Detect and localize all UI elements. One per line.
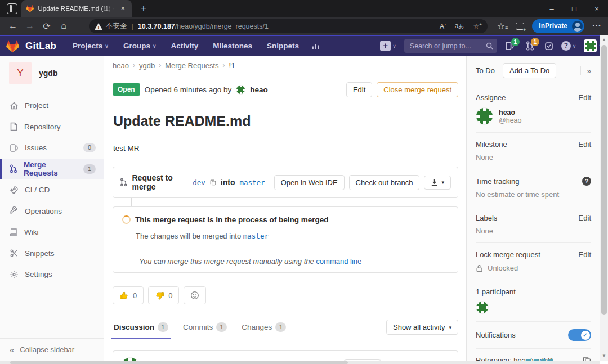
help-menu[interactable]: ? ∨ — [561, 41, 576, 51]
notifications-label: Notifications — [476, 331, 516, 339]
file-icon — [10, 122, 18, 131]
translate-icon[interactable]: aあ — [455, 22, 464, 30]
refresh-button[interactable]: ⟳ — [38, 21, 55, 32]
thumbs-up-button[interactable]: 0 — [113, 286, 144, 304]
nav-milestones[interactable]: Milestones — [207, 42, 258, 50]
nav-projects[interactable]: Projects∨ — [66, 42, 115, 50]
sidebar-item-snippets[interactable]: Snippets — [0, 243, 104, 264]
sidebar-item-ci-cd[interactable]: CI / CD — [0, 179, 104, 201]
sidebar-item-settings[interactable]: Settings — [0, 264, 104, 285]
search-input[interactable] — [404, 39, 497, 53]
notifications-section: Notifications — [476, 322, 591, 349]
tab-close-icon[interactable]: × — [118, 4, 127, 13]
copy-branch-icon[interactable] — [210, 178, 216, 186]
assignee-name[interactable]: heao — [499, 109, 522, 116]
nav-groups[interactable]: Groups∨ — [117, 42, 163, 50]
gitlab-brand[interactable]: GitLab — [25, 41, 56, 52]
sidebar-item-operations[interactable]: Operations — [0, 201, 104, 222]
smiley-icon — [190, 291, 199, 300]
nav-snippets[interactable]: Snippets — [261, 42, 305, 50]
breadcrumb-group[interactable]: heao — [113, 61, 129, 70]
address-bar[interactable]: ! 不安全 | 10.3.70.187 /heao/ygdb/merge_req… — [89, 19, 488, 33]
help-icon: ? — [561, 41, 571, 51]
nav-activity[interactable]: Activity — [165, 42, 205, 50]
breadcrumb-section[interactable]: Merge Requests — [165, 61, 218, 70]
tab-discussion[interactable]: Discussion 1 — [113, 322, 169, 339]
labels-edit-link[interactable]: Edit — [579, 214, 591, 222]
merge-requests-icon[interactable]: 1 — [526, 41, 534, 51]
browser-menu-icon[interactable]: ··· — [592, 21, 601, 31]
sidebar-item-issues[interactable]: Issues 0 — [0, 137, 104, 159]
breadcrumb-mr-number[interactable]: !1 — [229, 61, 235, 70]
window-maximize-button[interactable]: □ — [563, 0, 585, 17]
sidebar-item-project[interactable]: Project — [0, 95, 104, 116]
issues-dashboard-icon[interactable]: 1 — [505, 41, 515, 51]
notifications-toggle[interactable] — [568, 329, 591, 341]
add-favorite-icon[interactable]: ☆+ — [473, 22, 482, 30]
vertical-scrollbar[interactable]: ▲ ▼ — [600, 35, 608, 361]
profile-avatar — [572, 21, 583, 32]
milestone-edit-link[interactable]: Edit — [579, 140, 591, 149]
time-tracking-help-icon[interactable]: ? — [582, 177, 591, 186]
new-tab-button[interactable]: + — [137, 2, 150, 15]
collapse-sidebar-button[interactable]: « Collapse sidebar — [0, 338, 104, 361]
tab-actions-menu-icon[interactable] — [7, 3, 17, 14]
home-button[interactable]: ⌂ — [55, 21, 72, 31]
thumbs-down-icon — [155, 291, 164, 300]
add-todo-button[interactable]: Add a To Do — [503, 63, 556, 78]
read-aloud-icon[interactable]: A› — [440, 22, 446, 30]
merge-request-widget: Request to merge dev into master Open in… — [113, 167, 458, 198]
project-header[interactable]: Y ygdb — [0, 56, 104, 91]
thumbs-down-button[interactable]: 0 — [148, 286, 179, 304]
opened-byline: Opened 6 minutes ago by — [145, 86, 232, 94]
source-branch-link[interactable]: dev — [193, 178, 205, 187]
collections-icon[interactable] — [516, 23, 524, 30]
assignee-avatar[interactable] — [476, 107, 493, 125]
add-reaction-button[interactable] — [184, 286, 206, 304]
vertical-scrollbar-thumb[interactable] — [601, 45, 607, 315]
favorites-bar-icon[interactable]: ☆≡ — [497, 21, 508, 32]
lock-edit-link[interactable]: Edit — [579, 250, 591, 259]
target-branch-link[interactable]: master — [239, 178, 265, 187]
download-icon — [431, 179, 438, 186]
tab-commits[interactable]: Commits 1 — [182, 322, 228, 339]
show-all-activity-button[interactable]: Show all activity ▾ — [386, 320, 458, 335]
download-dropdown-button[interactable]: ▾ — [424, 176, 451, 190]
collapse-right-sidebar-icon[interactable]: » — [580, 66, 591, 75]
horizontal-scrollbar-thumb[interactable] — [10, 361, 348, 364]
back-button[interactable]: ← — [5, 21, 21, 31]
command-line-link[interactable]: command line — [316, 257, 361, 266]
tab-changes[interactable]: Changes 1 — [240, 322, 287, 339]
gitlab-favicon — [26, 5, 34, 12]
timeline-connector — [131, 198, 132, 206]
sidebar-item-repository[interactable]: Repository — [0, 116, 104, 138]
horizontal-scrollbar[interactable] — [0, 361, 600, 364]
browser-tab[interactable]: Update README.md (!1) · Merge × — [21, 0, 132, 17]
author-link[interactable]: heao — [250, 86, 268, 94]
sidebar-item-merge-requests[interactable]: Merge Requests 1 — [0, 159, 104, 180]
window-minimize-button[interactable]: – — [540, 0, 563, 17]
open-in-web-ide-button[interactable]: Open in Web IDE — [274, 175, 345, 190]
edit-button[interactable]: Edit — [346, 82, 372, 97]
milestone-value: None — [476, 153, 591, 161]
inprivate-badge[interactable]: InPrivate — [532, 19, 584, 33]
new-menu-button[interactable]: + ∨ — [380, 41, 396, 51]
todos-icon[interactable] — [544, 42, 553, 51]
scroll-down-icon[interactable]: ▼ — [600, 352, 608, 360]
browser-toolbar: ← → ⟳ ⌂ ! 不安全 | 10.3.70.187 /heao/ygdb/m… — [0, 17, 608, 35]
breadcrumb-project[interactable]: ygdb — [139, 61, 155, 70]
merge-status-heading: This merge request is in the process of … — [135, 215, 329, 224]
target-branch-link[interactable]: master — [243, 232, 269, 240]
gitlab-logo[interactable] — [6, 39, 20, 53]
sidebar-item-wiki[interactable]: Wiki — [0, 222, 104, 243]
author-avatar[interactable] — [236, 85, 245, 95]
mr-count: 1 — [83, 164, 96, 174]
participant-avatar[interactable] — [476, 301, 489, 314]
assignee-edit-link[interactable]: Edit — [579, 93, 591, 102]
participants-label: 1 participant — [476, 287, 591, 296]
analytics-chart-icon[interactable] — [311, 42, 320, 50]
check-out-branch-button[interactable]: Check out branch — [349, 175, 420, 190]
close-merge-request-button[interactable]: Close merge request — [377, 82, 458, 97]
scroll-up-icon[interactable]: ▲ — [600, 36, 608, 44]
window-close-button[interactable]: × — [585, 0, 608, 17]
